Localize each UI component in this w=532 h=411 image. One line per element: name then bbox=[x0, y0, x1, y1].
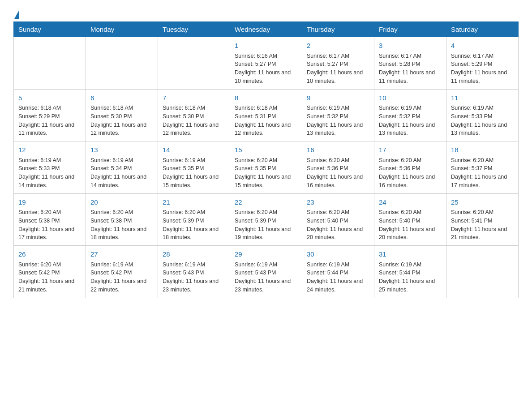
calendar-cell: 18Sunrise: 6:20 AM Sunset: 5:37 PM Dayli… bbox=[446, 141, 519, 194]
weekday-header-thursday: Thursday bbox=[302, 22, 374, 37]
day-number: 2 bbox=[307, 41, 369, 51]
day-number: 31 bbox=[379, 249, 442, 260]
calendar-cell: 28Sunrise: 6:19 AM Sunset: 5:43 PM Dayli… bbox=[158, 246, 230, 298]
calendar-cell: 30Sunrise: 6:19 AM Sunset: 5:44 PM Dayli… bbox=[302, 246, 374, 298]
day-number: 27 bbox=[90, 249, 153, 260]
calendar-cell: 27Sunrise: 6:19 AM Sunset: 5:42 PM Dayli… bbox=[86, 246, 158, 298]
weekday-header-monday: Monday bbox=[86, 22, 158, 37]
calendar-header-row: SundayMondayTuesdayWednesdayThursdayFrid… bbox=[14, 22, 519, 37]
day-info: Sunrise: 6:19 AM Sunset: 5:34 PM Dayligh… bbox=[90, 156, 153, 190]
day-number: 18 bbox=[451, 145, 514, 155]
calendar-cell: 16Sunrise: 6:20 AM Sunset: 5:36 PM Dayli… bbox=[302, 141, 374, 194]
calendar-cell: 29Sunrise: 6:19 AM Sunset: 5:43 PM Dayli… bbox=[230, 246, 302, 298]
calendar-cell bbox=[446, 246, 519, 298]
weekday-header-friday: Friday bbox=[374, 22, 446, 37]
day-info: Sunrise: 6:20 AM Sunset: 5:40 PM Dayligh… bbox=[379, 208, 442, 242]
calendar-cell: 22Sunrise: 6:20 AM Sunset: 5:39 PM Dayli… bbox=[230, 193, 302, 246]
day-info: Sunrise: 6:19 AM Sunset: 5:43 PM Dayligh… bbox=[235, 261, 297, 294]
day-number: 17 bbox=[379, 145, 442, 155]
day-number: 1 bbox=[235, 41, 297, 51]
day-number: 5 bbox=[18, 93, 81, 103]
day-info: Sunrise: 6:19 AM Sunset: 5:42 PM Dayligh… bbox=[90, 261, 153, 294]
day-info: Sunrise: 6:18 AM Sunset: 5:30 PM Dayligh… bbox=[163, 104, 225, 137]
day-info: Sunrise: 6:19 AM Sunset: 5:43 PM Dayligh… bbox=[163, 261, 225, 294]
calendar-cell: 13Sunrise: 6:19 AM Sunset: 5:34 PM Dayli… bbox=[86, 141, 158, 194]
day-info: Sunrise: 6:18 AM Sunset: 5:30 PM Dayligh… bbox=[90, 104, 153, 137]
day-number: 3 bbox=[379, 41, 442, 51]
day-info: Sunrise: 6:19 AM Sunset: 5:44 PM Dayligh… bbox=[307, 261, 369, 294]
calendar-cell: 15Sunrise: 6:20 AM Sunset: 5:35 PM Dayli… bbox=[230, 141, 302, 194]
week-row-4: 19Sunrise: 6:20 AM Sunset: 5:38 PM Dayli… bbox=[14, 193, 519, 246]
day-info: Sunrise: 6:20 AM Sunset: 5:39 PM Dayligh… bbox=[235, 208, 297, 242]
day-number: 16 bbox=[307, 145, 369, 155]
day-info: Sunrise: 6:20 AM Sunset: 5:42 PM Dayligh… bbox=[18, 261, 81, 294]
day-number: 7 bbox=[163, 93, 225, 103]
day-number: 14 bbox=[163, 145, 225, 155]
day-number: 15 bbox=[235, 145, 297, 155]
calendar-cell: 2Sunrise: 6:17 AM Sunset: 5:27 PM Daylig… bbox=[302, 37, 374, 90]
week-row-3: 12Sunrise: 6:19 AM Sunset: 5:33 PM Dayli… bbox=[14, 141, 519, 194]
day-number: 28 bbox=[163, 249, 225, 260]
calendar-cell: 17Sunrise: 6:20 AM Sunset: 5:36 PM Dayli… bbox=[374, 141, 446, 194]
day-number: 13 bbox=[90, 145, 153, 155]
calendar-cell: 1Sunrise: 6:16 AM Sunset: 5:27 PM Daylig… bbox=[230, 37, 302, 90]
calendar-cell: 12Sunrise: 6:19 AM Sunset: 5:33 PM Dayli… bbox=[14, 141, 86, 194]
day-info: Sunrise: 6:20 AM Sunset: 5:38 PM Dayligh… bbox=[90, 208, 153, 242]
day-info: Sunrise: 6:19 AM Sunset: 5:33 PM Dayligh… bbox=[18, 156, 81, 190]
calendar-cell bbox=[14, 37, 86, 90]
day-info: Sunrise: 6:20 AM Sunset: 5:40 PM Dayligh… bbox=[307, 208, 369, 242]
day-info: Sunrise: 6:18 AM Sunset: 5:31 PM Dayligh… bbox=[235, 104, 297, 137]
day-info: Sunrise: 6:19 AM Sunset: 5:35 PM Dayligh… bbox=[163, 156, 225, 190]
day-number: 20 bbox=[90, 197, 153, 208]
weekday-header-wednesday: Wednesday bbox=[230, 22, 302, 37]
day-info: Sunrise: 6:20 AM Sunset: 5:37 PM Dayligh… bbox=[451, 156, 514, 190]
day-info: Sunrise: 6:20 AM Sunset: 5:36 PM Dayligh… bbox=[307, 156, 369, 190]
day-number: 22 bbox=[235, 197, 297, 208]
calendar-cell: 25Sunrise: 6:20 AM Sunset: 5:41 PM Dayli… bbox=[446, 193, 519, 246]
logo-triangle-icon bbox=[14, 11, 19, 19]
day-number: 21 bbox=[163, 197, 225, 208]
week-row-5: 26Sunrise: 6:20 AM Sunset: 5:42 PM Dayli… bbox=[14, 246, 519, 298]
calendar-cell: 23Sunrise: 6:20 AM Sunset: 5:40 PM Dayli… bbox=[302, 193, 374, 246]
day-number: 8 bbox=[235, 93, 297, 103]
day-info: Sunrise: 6:18 AM Sunset: 5:29 PM Dayligh… bbox=[18, 104, 81, 137]
day-number: 19 bbox=[18, 197, 81, 208]
calendar-cell: 31Sunrise: 6:19 AM Sunset: 5:44 PM Dayli… bbox=[374, 246, 446, 298]
day-info: Sunrise: 6:20 AM Sunset: 5:41 PM Dayligh… bbox=[451, 208, 514, 242]
day-info: Sunrise: 6:19 AM Sunset: 5:32 PM Dayligh… bbox=[379, 104, 442, 137]
calendar-cell: 21Sunrise: 6:20 AM Sunset: 5:39 PM Dayli… bbox=[158, 193, 230, 246]
day-info: Sunrise: 6:16 AM Sunset: 5:27 PM Dayligh… bbox=[235, 52, 297, 86]
day-info: Sunrise: 6:20 AM Sunset: 5:38 PM Dayligh… bbox=[18, 208, 81, 242]
calendar-cell: 3Sunrise: 6:17 AM Sunset: 5:28 PM Daylig… bbox=[374, 37, 446, 90]
day-number: 6 bbox=[90, 93, 153, 103]
calendar-cell: 9Sunrise: 6:19 AM Sunset: 5:32 PM Daylig… bbox=[302, 89, 374, 141]
day-info: Sunrise: 6:20 AM Sunset: 5:39 PM Dayligh… bbox=[163, 208, 225, 242]
day-number: 11 bbox=[451, 93, 514, 103]
calendar-cell: 7Sunrise: 6:18 AM Sunset: 5:30 PM Daylig… bbox=[158, 89, 230, 141]
calendar-cell: 19Sunrise: 6:20 AM Sunset: 5:38 PM Dayli… bbox=[14, 193, 86, 246]
calendar-cell: 24Sunrise: 6:20 AM Sunset: 5:40 PM Dayli… bbox=[374, 193, 446, 246]
day-number: 4 bbox=[451, 41, 514, 51]
day-info: Sunrise: 6:20 AM Sunset: 5:36 PM Dayligh… bbox=[379, 156, 442, 190]
week-row-2: 5Sunrise: 6:18 AM Sunset: 5:29 PM Daylig… bbox=[14, 89, 519, 141]
week-row-1: 1Sunrise: 6:16 AM Sunset: 5:27 PM Daylig… bbox=[14, 37, 519, 90]
day-number: 24 bbox=[379, 197, 442, 208]
day-number: 12 bbox=[18, 145, 81, 155]
day-number: 9 bbox=[307, 93, 369, 103]
calendar-cell: 26Sunrise: 6:20 AM Sunset: 5:42 PM Dayli… bbox=[14, 246, 86, 298]
calendar-cell: 10Sunrise: 6:19 AM Sunset: 5:32 PM Dayli… bbox=[374, 89, 446, 141]
calendar-cell bbox=[158, 37, 230, 90]
day-info: Sunrise: 6:19 AM Sunset: 5:32 PM Dayligh… bbox=[307, 104, 369, 137]
weekday-header-saturday: Saturday bbox=[446, 22, 519, 37]
weekday-header-tuesday: Tuesday bbox=[158, 22, 230, 37]
calendar-cell: 6Sunrise: 6:18 AM Sunset: 5:30 PM Daylig… bbox=[86, 89, 158, 141]
page-header bbox=[13, 9, 519, 17]
weekday-header-sunday: Sunday bbox=[14, 22, 86, 37]
day-info: Sunrise: 6:17 AM Sunset: 5:28 PM Dayligh… bbox=[379, 52, 442, 86]
day-number: 30 bbox=[307, 249, 369, 260]
day-info: Sunrise: 6:19 AM Sunset: 5:33 PM Dayligh… bbox=[451, 104, 514, 137]
day-info: Sunrise: 6:20 AM Sunset: 5:35 PM Dayligh… bbox=[235, 156, 297, 190]
day-number: 25 bbox=[451, 197, 514, 208]
day-info: Sunrise: 6:17 AM Sunset: 5:27 PM Dayligh… bbox=[307, 52, 369, 86]
calendar-cell: 4Sunrise: 6:17 AM Sunset: 5:29 PM Daylig… bbox=[446, 37, 519, 90]
